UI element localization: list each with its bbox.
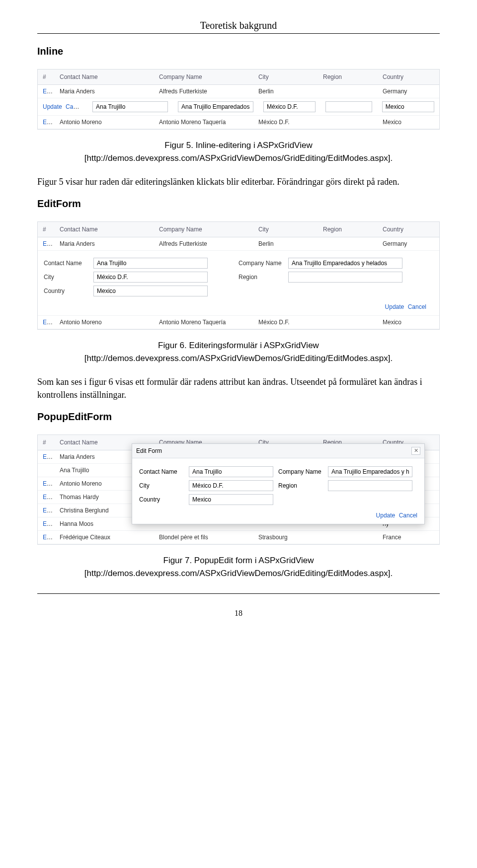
popup-label-company: Company Name — [278, 468, 323, 475]
col-company: Company Name — [154, 222, 253, 237]
table-row: Edit Antonio Moreno Antonio Moreno Taque… — [38, 116, 439, 129]
popup-input-city[interactable] — [189, 480, 273, 491]
form-label-contact: Contact Name — [44, 260, 93, 267]
popup-label-city: City — [139, 482, 184, 489]
cell-city: Strasbourg — [253, 531, 318, 544]
update-link[interactable]: Update — [385, 303, 404, 310]
figure-caption-7: Figur 7. PopupEdit form i ASPxGridView — [37, 555, 440, 567]
cell-region — [318, 534, 378, 540]
section-heading-popup: PopupEditForm — [37, 411, 440, 423]
form-label-region: Region — [238, 274, 288, 281]
cell-company: Alfreds Futterkiste — [154, 85, 253, 98]
paragraph-fig6: Som kan ses i figur 6 visas ett formulär… — [37, 375, 440, 401]
form-input-country[interactable] — [93, 286, 208, 296]
table-row: Edit Antonio Moreno Antonio Moreno Taque… — [38, 316, 439, 329]
form-label-country: Country — [44, 288, 93, 294]
cell-city: México D.F. — [253, 316, 318, 329]
edit-link[interactable]: Edit — [43, 240, 53, 247]
cell-company: Antonio Moreno Taquería — [154, 316, 253, 329]
table-row: Edit Maria Anders Alfreds Futterkiste Be… — [38, 85, 439, 98]
grid-header-row: # Contact Name Company Name City Region … — [38, 70, 439, 85]
cell-contact: Antonio Moreno — [55, 316, 154, 329]
cell-region — [318, 119, 378, 125]
inline-input-city[interactable] — [263, 101, 316, 112]
form-input-contact[interactable] — [93, 258, 208, 269]
figure-url-7: [http://demos.devexpress.com/ASPxGridVie… — [37, 569, 440, 579]
edit-link[interactable]: Edit — [43, 88, 53, 95]
figure-caption-5: Figur 5. Inline-editering i ASPxGridView — [37, 140, 440, 151]
inline-input-region[interactable] — [325, 101, 372, 112]
form-input-region[interactable] — [288, 272, 402, 283]
inline-input-company[interactable] — [178, 101, 253, 112]
edit-link[interactable]: Edit — [43, 119, 53, 126]
cell-country: France — [378, 531, 439, 544]
section-heading-inline: Inline — [37, 46, 440, 57]
page-header-title: Teoretisk bakgrund — [37, 20, 440, 31]
figure-url-5: [http://demos.devexpress.com/ASPxGridVie… — [37, 153, 440, 163]
col-company: Company Name — [154, 70, 253, 84]
col-city: City — [253, 222, 318, 237]
cell-company: Alfreds Futterkiste — [154, 237, 253, 250]
cell-country: Germany — [378, 85, 439, 98]
figure-caption-6: Figur 6. Editeringsformulär i ASPxGridVi… — [37, 340, 440, 352]
popup-input-country[interactable] — [189, 494, 273, 505]
cell-contact: Frédérique Citeaux — [55, 531, 154, 544]
grid-header-row: # Contact Name Company Name City Region … — [38, 222, 439, 237]
popup-input-company[interactable] — [328, 466, 412, 477]
form-input-company[interactable] — [288, 258, 402, 269]
edit-link[interactable]: Edit — [43, 520, 53, 527]
col-hash: # — [38, 70, 55, 84]
col-country: Country — [378, 70, 439, 84]
col-region: Region — [318, 222, 378, 237]
edit-link[interactable]: Edit — [43, 480, 53, 487]
cell-country: Mexico — [378, 316, 439, 329]
inline-input-contact[interactable] — [92, 101, 168, 112]
col-hash: # — [38, 222, 55, 237]
edit-form-panel: Contact Name Company Name City Region — [38, 251, 439, 316]
col-contact: Contact Name — [55, 70, 154, 84]
cell-city: Berlin — [253, 85, 318, 98]
cell-country: Mexico — [378, 116, 439, 129]
cell-contact: Maria Anders — [55, 237, 154, 250]
edit-link[interactable]: Edit — [43, 453, 53, 460]
popup-edit-form: Edit Form ✕ Contact Name Company Name Ci… — [132, 443, 425, 524]
cancel-link[interactable]: Cancel — [399, 512, 417, 519]
cancel-link[interactable]: Cancel — [408, 303, 426, 310]
cell-company: Blondel père et fils — [154, 531, 253, 544]
popup-input-contact[interactable] — [189, 466, 273, 477]
cell-contact: Maria Anders — [55, 85, 154, 98]
close-icon[interactable]: ✕ — [411, 447, 420, 455]
popup-label-region: Region — [278, 482, 323, 489]
paragraph-fig5: Figur 5 visar hur raden där editeringslä… — [37, 175, 440, 188]
col-city: City — [253, 70, 318, 84]
form-label-city: City — [44, 274, 93, 281]
col-contact: Contact Name — [55, 222, 154, 237]
editform-grid: # Contact Name Company Name City Region … — [37, 221, 440, 330]
popup-title-text: Edit Form — [136, 447, 162, 454]
update-link[interactable]: Update — [376, 512, 396, 519]
col-region: Region — [318, 70, 378, 84]
edit-link[interactable]: Edit — [43, 494, 53, 501]
cell-contact: Antonio Moreno — [55, 116, 154, 129]
update-link[interactable]: Update — [43, 103, 62, 110]
edit-link[interactable]: Edit — [43, 534, 53, 541]
col-country: Country — [378, 222, 439, 237]
cell-region — [318, 88, 378, 94]
inline-grid: # Contact Name Company Name City Region … — [37, 69, 440, 130]
form-input-city[interactable] — [93, 272, 208, 283]
edit-link[interactable]: Edit — [43, 507, 53, 514]
section-heading-editform: EditForm — [37, 198, 440, 210]
popup-input-region[interactable] — [328, 480, 412, 491]
cancel-link[interactable]: Cancel — [66, 103, 84, 110]
cell-company: Antonio Moreno Taquería — [154, 116, 253, 129]
inline-input-country[interactable] — [382, 101, 434, 112]
edit-link[interactable]: Edit — [43, 319, 53, 326]
table-row: Edit Maria Anders Alfreds Futterkiste Be… — [38, 237, 439, 251]
footer-rule — [37, 593, 440, 594]
page-number: 18 — [37, 609, 440, 618]
header-rule — [37, 33, 440, 34]
cell-city: Berlin — [253, 237, 318, 250]
table-row: Edit Frédérique Citeaux Blondel père et … — [38, 531, 439, 544]
table-row-editing: Update Cancel — [38, 98, 439, 116]
form-label-company: Company Name — [238, 260, 288, 267]
